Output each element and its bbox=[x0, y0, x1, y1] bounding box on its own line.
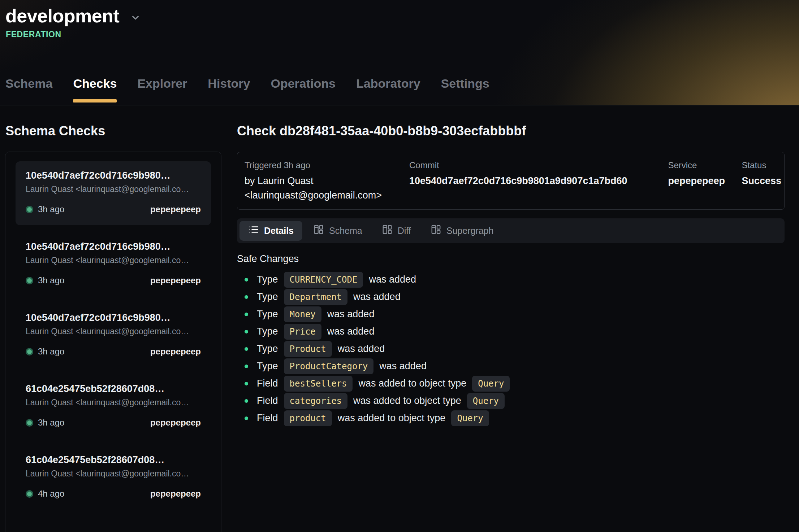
change-suffix: was added bbox=[327, 309, 375, 320]
check-list-item[interactable]: 61c04e25475eb52f28607d08… Laurin Quast <… bbox=[16, 375, 211, 439]
change-row: Type ProductCategory was added bbox=[237, 358, 785, 375]
triggered-value: by Laurin Quast <laurinquast@googlemail.… bbox=[245, 174, 409, 203]
service-label: Service bbox=[668, 160, 742, 170]
change-name-badge: product bbox=[284, 410, 332, 426]
check-item-service: pepepepeep bbox=[150, 275, 201, 285]
detail-tab-schema[interactable]: Schema bbox=[305, 221, 371, 241]
check-item-meta: 3h ago pepepepeep bbox=[26, 204, 201, 214]
change-row: Type Money was added bbox=[237, 306, 785, 323]
change-name-badge: Money bbox=[284, 306, 321, 322]
change-row: Field product was added to object type Q… bbox=[237, 410, 785, 427]
status-dot-icon bbox=[26, 490, 33, 498]
check-item-service: pepepepeep bbox=[150, 346, 201, 357]
check-list-item[interactable]: 10e540d7aef72c0d716c9b980… Laurin Quast … bbox=[16, 161, 211, 225]
change-row: Type Department was added bbox=[237, 288, 785, 306]
change-kind: Field bbox=[257, 395, 278, 406]
bullet-icon bbox=[245, 278, 248, 282]
check-detail-panel: Check db28f481-35aa-40b0-b8b9-303ecfabbb… bbox=[237, 105, 785, 427]
info-commit: Commit 10e540d7aef72c0d716c9b9801a9d907c… bbox=[409, 160, 668, 203]
columns-icon bbox=[431, 224, 441, 237]
change-name-badge: categories bbox=[284, 393, 348, 409]
check-list-item[interactable]: 10e540d7aef72c0d716c9b980… Laurin Quast … bbox=[16, 232, 211, 296]
change-kind: Type bbox=[257, 361, 278, 372]
check-item-meta: 3h ago pepepepeep bbox=[26, 275, 201, 285]
status-dot-icon bbox=[26, 277, 33, 284]
change-name-badge: Price bbox=[284, 324, 321, 340]
columns-icon bbox=[382, 224, 393, 237]
change-row: Type CURRENCY_CODE was added bbox=[237, 271, 785, 288]
sidebar-title: Schema Checks bbox=[5, 123, 221, 139]
change-suffix: was added bbox=[338, 343, 385, 354]
bullet-icon bbox=[245, 417, 248, 420]
change-kind: Type bbox=[257, 326, 278, 337]
change-name-badge: CURRENCY_CODE bbox=[284, 272, 363, 288]
nav-tab-history[interactable]: History bbox=[208, 77, 250, 105]
nav-tab-laboratory[interactable]: Laboratory bbox=[356, 77, 420, 105]
commit-label: Commit bbox=[409, 160, 668, 170]
bullet-icon bbox=[245, 382, 248, 385]
service-value: pepepepeep bbox=[668, 174, 742, 188]
bullet-icon bbox=[245, 313, 248, 316]
check-list-item[interactable]: 10e540d7aef72c0d716c9b980… Laurin Quast … bbox=[16, 304, 211, 367]
change-kind: Type bbox=[257, 291, 278, 302]
change-suffix: was added to object type bbox=[358, 378, 466, 389]
check-item-author: Laurin Quast <laurinquast@googlemail.co… bbox=[26, 184, 201, 194]
check-list: 10e540d7aef72c0d716c9b980… Laurin Quast … bbox=[5, 152, 221, 532]
section-title: Safe Changes bbox=[237, 253, 785, 265]
change-name-badge: ProductCategory bbox=[284, 358, 374, 374]
detail-tabs: Details Schema Diff Supergraph bbox=[237, 218, 785, 243]
status-dot-icon bbox=[26, 206, 33, 213]
info-status: Status Success bbox=[742, 160, 781, 203]
check-list-item[interactable]: 61c04e25475eb52f28607d08… Laurin Quast <… bbox=[16, 446, 211, 510]
changes-list: Type CURRENCY_CODE was added Type Depart… bbox=[237, 271, 785, 427]
nav-tab-checks[interactable]: Checks bbox=[73, 77, 117, 105]
nav-tab-operations[interactable]: Operations bbox=[271, 77, 335, 105]
check-item-time: 4h ago bbox=[38, 489, 64, 499]
change-suffix: was added to object type bbox=[338, 413, 446, 424]
check-item-author: Laurin Quast <laurinquast@googlemail.co… bbox=[26, 398, 201, 407]
bullet-icon bbox=[245, 330, 248, 333]
check-item-title: 10e540d7aef72c0d716c9b980… bbox=[26, 170, 201, 181]
change-target-badge: Query bbox=[472, 376, 510, 392]
change-name-badge: Department bbox=[284, 289, 348, 305]
sidebar: Schema Checks 10e540d7aef72c0d716c9b980…… bbox=[5, 105, 221, 532]
check-item-title: 61c04e25475eb52f28607d08… bbox=[26, 454, 201, 466]
check-item-time: 3h ago bbox=[38, 346, 64, 357]
check-item-time: 3h ago bbox=[38, 418, 64, 428]
change-kind: Type bbox=[257, 343, 278, 354]
change-suffix: was added bbox=[327, 326, 375, 337]
bullet-icon bbox=[245, 347, 248, 351]
detail-tab-details[interactable]: Details bbox=[239, 221, 302, 241]
check-item-meta: 3h ago pepepepeep bbox=[26, 418, 201, 428]
detail-tab-diff[interactable]: Diff bbox=[373, 221, 420, 241]
check-item-title: 10e540d7aef72c0d716c9b980… bbox=[26, 241, 201, 252]
change-kind: Type bbox=[257, 309, 278, 320]
nav-tab-settings[interactable]: Settings bbox=[441, 77, 489, 105]
change-suffix: was added bbox=[353, 291, 401, 302]
info-service: Service pepepepeep bbox=[668, 160, 742, 203]
bullet-icon bbox=[245, 399, 248, 403]
nav-tab-schema[interactable]: Schema bbox=[5, 77, 52, 105]
columns-icon bbox=[313, 224, 324, 237]
triggered-label: Triggered 3h ago bbox=[245, 160, 409, 170]
info-triggered: Triggered 3h ago by Laurin Quast <laurin… bbox=[245, 160, 409, 203]
change-target-badge: Query bbox=[451, 410, 489, 426]
nav-tab-explorer[interactable]: Explorer bbox=[137, 77, 187, 105]
change-row: Type Price was added bbox=[237, 323, 785, 340]
status-dot-icon bbox=[26, 348, 33, 356]
change-kind: Field bbox=[257, 378, 278, 389]
project-header: development FEDERATION SchemaChecksExplo… bbox=[0, 0, 799, 105]
change-row: Field categories was added to object typ… bbox=[237, 392, 785, 410]
check-item-author: Laurin Quast <laurinquast@googlemail.co… bbox=[26, 327, 201, 336]
detail-tab-supergraph[interactable]: Supergraph bbox=[422, 221, 502, 241]
bullet-icon bbox=[245, 295, 248, 299]
change-suffix: was added bbox=[379, 361, 427, 372]
page: development FEDERATION SchemaChecksExplo… bbox=[0, 0, 799, 532]
check-item-time: 3h ago bbox=[38, 204, 64, 214]
project-type-badge: FEDERATION bbox=[6, 30, 799, 39]
check-item-author: Laurin Quast <laurinquast@googlemail.co… bbox=[26, 469, 201, 479]
check-item-service: pepepepeep bbox=[150, 418, 201, 428]
change-row: Field bestSellers was added to object ty… bbox=[237, 375, 785, 392]
chevron-down-icon[interactable] bbox=[130, 12, 141, 23]
check-item-author: Laurin Quast <laurinquast@googlemail.co… bbox=[26, 256, 201, 265]
